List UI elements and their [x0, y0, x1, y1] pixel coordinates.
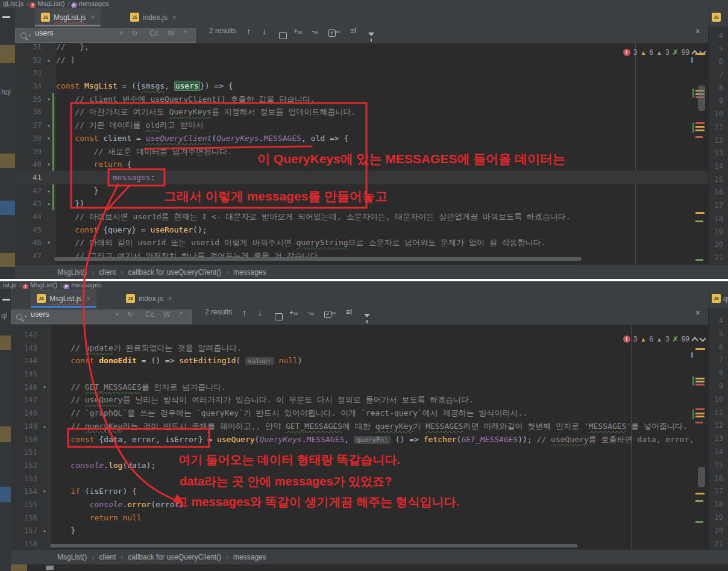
next-occurrence-button[interactable]: ↓ [258, 308, 262, 325]
search-history-icon[interactable]: ↻ [131, 29, 137, 42]
search-input[interactable]: ▾users×↻CcW.* [11, 310, 192, 324]
fold-marker-icon[interactable]: ▴ [44, 197, 54, 210]
fold-marker-icon[interactable]: ▾ [44, 236, 54, 249]
breadcrumb-property[interactable]: messages [71, 281, 101, 289]
status-breadcrumb-item[interactable]: messages [233, 553, 266, 561]
line-number[interactable]: 151 [11, 446, 37, 459]
fold-marker-icon[interactable]: ▴ [40, 524, 49, 537]
close-icon[interactable]: × [86, 295, 90, 303]
search-dropdown-icon[interactable]: ▾ [28, 29, 31, 42]
inspections-widget[interactable]: !3▲6▲3✗99 [623, 335, 705, 343]
status-breadcrumb-item[interactable]: client [99, 268, 116, 276]
previous-issue-icon[interactable] [691, 337, 698, 343]
right-editor-tab[interactable]: JSqu [709, 289, 728, 308]
status-breadcrumb-item[interactable]: MsgList() [57, 553, 87, 561]
horizontal-scrollbar[interactable] [54, 257, 582, 261]
status-breadcrumb-item[interactable]: MsgList() [57, 268, 87, 276]
whole-words-toggle[interactable]: W [168, 29, 174, 42]
line-number[interactable]: 158 [11, 537, 37, 549]
filter-icon[interactable] [368, 33, 374, 36]
search-dropdown-icon[interactable]: ▾ [24, 310, 27, 323]
line-number[interactable]: 144 [11, 354, 37, 367]
line-number[interactable]: 38 [15, 132, 42, 145]
tab-index-js[interactable]: JSindex.js× [120, 289, 178, 308]
close-icon[interactable]: × [90, 13, 95, 22]
close-icon[interactable]: × [168, 295, 172, 303]
code-area[interactable]: 31// },32▴// ]3334const MsgList = ({smsg… [15, 43, 709, 263]
line-number[interactable]: 43 [15, 197, 42, 210]
status-breadcrumb-item[interactable]: client [99, 553, 116, 561]
line-number[interactable]: 145 [11, 367, 37, 381]
status-breadcrumb-item[interactable]: callback for useQueryClient() [128, 268, 221, 276]
line-number[interactable]: 39 [15, 145, 42, 158]
line-number[interactable]: 35 [15, 93, 42, 106]
add-occurrence-button[interactable]: +xx [289, 308, 298, 325]
line-number[interactable]: 42 [15, 184, 42, 198]
close-search-icon[interactable]: × [695, 27, 700, 43]
remove-occurrence-button[interactable]: -xx [307, 308, 314, 325]
fold-marker-icon[interactable]: ▴ [44, 54, 54, 67]
regex-toggle[interactable]: .* [178, 310, 183, 323]
select-all-occurrences-button[interactable]: ✓xx [328, 27, 340, 43]
clear-search-icon[interactable]: × [115, 310, 119, 323]
whole-words-toggle[interactable]: W [163, 310, 170, 323]
line-number[interactable]: 40 [15, 158, 42, 171]
inspections-widget[interactable]: !3▲6▲3✗99 [623, 48, 705, 57]
tab-MsgList-js[interactable]: JSMsgList.js× [31, 289, 96, 308]
line-number[interactable]: 32 [15, 54, 42, 67]
line-number[interactable]: 34 [15, 80, 42, 93]
line-number[interactable]: 148 [11, 407, 37, 420]
fold-marker-icon[interactable]: ▾ [40, 485, 49, 498]
line-number[interactable]: 37 [15, 119, 42, 132]
line-number[interactable]: 46 [15, 236, 42, 249]
select-all-occurrences-button[interactable]: ✓xx [324, 308, 336, 325]
fold-marker-icon[interactable]: ▴ [44, 119, 54, 132]
right-editor-tab[interactable]: JS [709, 8, 728, 27]
close-icon[interactable]: × [172, 13, 177, 22]
line-number[interactable]: 153 [11, 472, 37, 485]
next-occurrence-button[interactable]: ↓ [262, 27, 266, 43]
line-number[interactable]: 31 [15, 43, 42, 54]
tab-index-js[interactable]: JSindex.js× [124, 8, 183, 27]
line-number[interactable]: 152 [11, 459, 37, 472]
breadcrumb-file[interactable]: gList.js [3, 0, 24, 7]
line-number[interactable]: 41 [15, 171, 42, 184]
line-number[interactable]: 33 [15, 66, 42, 80]
fold-marker-icon[interactable]: ▾ [44, 158, 54, 171]
breadcrumb-function[interactable]: MsgList() [30, 281, 57, 289]
breadcrumb-property[interactable]: messages [79, 0, 109, 7]
line-number[interactable]: 36 [15, 105, 42, 119]
open-in-find-window-button[interactable] [275, 313, 283, 320]
horizontal-scrollbar[interactable] [50, 544, 577, 548]
multiline-search-button[interactable]: ≡I [350, 27, 356, 43]
line-number[interactable]: 44 [15, 210, 42, 223]
line-number[interactable]: 147 [11, 393, 37, 407]
line-number[interactable]: 146 [11, 381, 37, 394]
regex-toggle[interactable]: .* [182, 29, 187, 42]
match-case-toggle[interactable]: Cc [145, 310, 154, 323]
fold-marker-icon[interactable]: ▾ [44, 132, 54, 145]
breadcrumb-function[interactable]: MsgList() [37, 0, 64, 7]
clear-search-icon[interactable]: × [119, 29, 124, 42]
line-number[interactable]: 157 [11, 524, 37, 537]
fold-marker-icon[interactable]: ▾ [44, 93, 54, 106]
breadcrumb-file[interactable]: ist.js [3, 281, 16, 289]
line-number[interactable]: 47 [15, 249, 42, 263]
line-number[interactable]: 45 [15, 223, 42, 237]
filter-icon[interactable] [364, 314, 370, 317]
remove-occurrence-button[interactable]: -xx [312, 27, 318, 43]
line-number[interactable]: 150 [11, 433, 37, 446]
status-breadcrumb-item[interactable]: messages [233, 268, 266, 276]
code-area[interactable]: 142143 // update가 완료되었다는 것을 알려줍니다.144 co… [11, 328, 709, 549]
line-number[interactable]: 154 [11, 485, 37, 498]
status-breadcrumb-item[interactable]: callback for useQueryClient() [128, 553, 221, 561]
search-history-icon[interactable]: ↻ [127, 310, 133, 323]
fold-marker-icon[interactable]: ▴ [40, 420, 49, 433]
previous-occurrence-button[interactable]: ↑ [246, 27, 251, 43]
add-occurrence-button[interactable]: +xx [293, 27, 303, 43]
search-input[interactable]: ▾users×↻CcW.* [15, 28, 196, 43]
fold-marker-icon[interactable]: ▴ [44, 184, 54, 198]
multiline-search-button[interactable]: ≡I [346, 308, 352, 325]
match-case-toggle[interactable]: Cc [149, 29, 158, 42]
line-number[interactable]: 156 [11, 511, 37, 525]
